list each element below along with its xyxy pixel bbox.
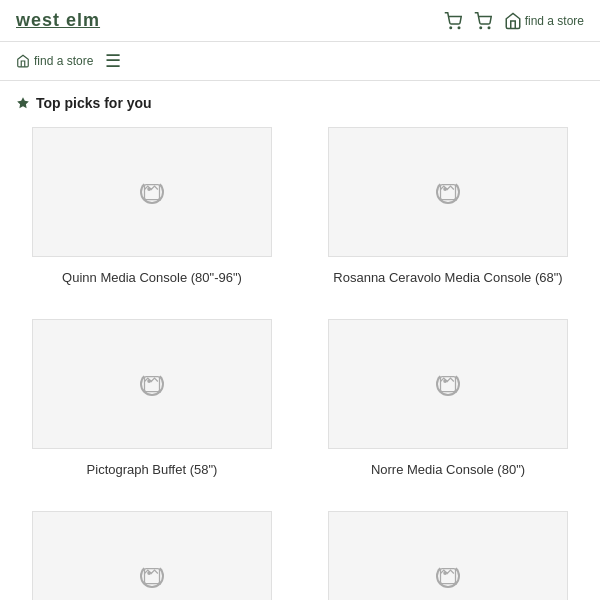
section-title: Top picks for you [36, 95, 152, 111]
svg-point-0 [450, 27, 452, 29]
product-card-4[interactable]: Norre Media Console (80") [304, 311, 592, 495]
product-image-6 [328, 511, 568, 600]
product-image-2 [328, 127, 568, 257]
svg-point-6 [148, 188, 151, 191]
product-name-2: Rosanna Ceravolo Media Console (68") [329, 265, 566, 295]
product-image-4 [328, 319, 568, 449]
find-store-link-header[interactable]: find a store [504, 12, 584, 30]
store-icon-subnav [16, 54, 30, 68]
broken-img-icon-4 [438, 374, 458, 394]
svg-rect-9 [145, 377, 160, 392]
header-icons: find a store [444, 12, 584, 30]
header: west elm find a store [0, 0, 600, 42]
cart-link-2[interactable] [474, 12, 492, 30]
product-card-1[interactable]: Quinn Media Console (80"-96") [8, 119, 296, 303]
broken-img-icon-3 [142, 374, 162, 394]
svg-point-14 [148, 572, 151, 575]
product-card-6[interactable]: Carved Pattern Media Console (60"-80") [304, 503, 592, 600]
product-name-4: Norre Media Console (80") [367, 457, 529, 487]
section-header: Top picks for you [0, 81, 600, 119]
logo[interactable]: west elm [16, 10, 100, 31]
svg-rect-13 [145, 569, 160, 584]
product-card-3[interactable]: Pictograph Buffet (58") [8, 311, 296, 495]
product-image-1 [32, 127, 272, 257]
product-name-3: Pictograph Buffet (58") [83, 457, 222, 487]
find-store-label: find a store [525, 14, 584, 28]
svg-point-1 [458, 27, 460, 29]
svg-point-12 [444, 380, 447, 383]
svg-rect-15 [441, 569, 456, 584]
product-name-1: Quinn Media Console (80"-96") [58, 265, 246, 295]
product-image-5 [32, 511, 272, 600]
broken-img-icon-6 [438, 566, 458, 586]
broken-img-icon-5 [142, 566, 162, 586]
picks-star-icon [16, 96, 30, 110]
svg-rect-11 [441, 377, 456, 392]
broken-img-icon-2 [438, 182, 458, 202]
find-store-link-subnav[interactable]: find a store [16, 54, 93, 68]
cart-icon-2 [474, 12, 492, 30]
cart-icon [444, 12, 462, 30]
subnav-find-store-text: find a store [34, 54, 93, 68]
cart-link-1[interactable] [444, 12, 462, 30]
product-grid: Quinn Media Console (80"-96") Rosanna Ce… [0, 119, 600, 600]
svg-marker-4 [17, 97, 29, 108]
sub-nav: find a store ☰ [0, 42, 600, 81]
product-card-5[interactable]: Anton Media Console (68"-80") [8, 503, 296, 600]
svg-rect-7 [441, 185, 456, 200]
svg-point-8 [444, 188, 447, 191]
hamburger-icon[interactable]: ☰ [105, 50, 121, 72]
product-card-2[interactable]: Rosanna Ceravolo Media Console (68") [304, 119, 592, 303]
store-icon [504, 12, 522, 30]
svg-point-10 [148, 380, 151, 383]
svg-point-3 [488, 27, 490, 29]
svg-rect-5 [145, 185, 160, 200]
product-image-3 [32, 319, 272, 449]
svg-point-2 [480, 27, 482, 29]
broken-img-icon-1 [142, 182, 162, 202]
svg-point-16 [444, 572, 447, 575]
